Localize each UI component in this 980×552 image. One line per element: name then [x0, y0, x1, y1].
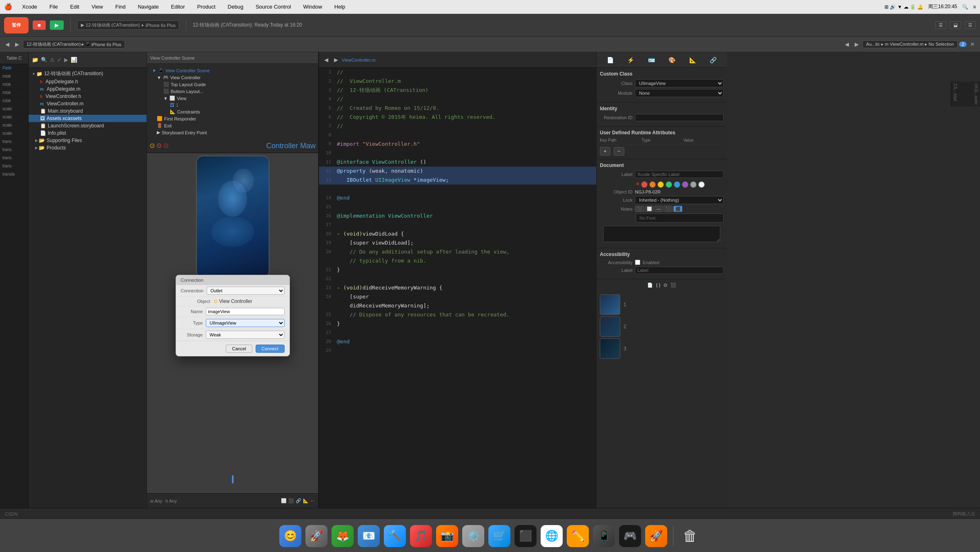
dock-photos[interactable]: 📸: [436, 525, 458, 547]
inspector-toggle[interactable]: ☰: [964, 21, 976, 29]
access-label-input[interactable]: [635, 267, 724, 274]
file-launchscreen[interactable]: 📋 LaunchScreen.storyboard: [29, 122, 147, 129]
file-assets[interactable]: 🖼 Assets.xcassets: [29, 115, 147, 122]
vc-view[interactable]: ▼ ⬜ View: [150, 95, 315, 102]
search-icon[interactable]: 🔍: [962, 4, 968, 10]
right-nav-back[interactable]: ◀: [843, 40, 851, 48]
file-project-root[interactable]: ▼ 📁 12-转场动画 (CATransition): [29, 69, 147, 78]
inspector-identity-icon[interactable]: 🪪: [647, 56, 656, 65]
access-checkbox[interactable]: [635, 260, 640, 265]
table-row-scale3[interactable]: scale: [0, 121, 28, 129]
thumb-3[interactable]: 3: [600, 338, 724, 359]
dock-safari[interactable]: 🦊: [332, 525, 354, 547]
table-row-transla[interactable]: transla: [0, 170, 28, 178]
dialog-cancel-button[interactable]: Cancel: [226, 345, 252, 353]
table-row-scale1[interactable]: scale: [0, 105, 28, 113]
debug-toggle[interactable]: ⬓: [950, 21, 961, 29]
dock-system-prefs[interactable]: ⚙️: [462, 525, 484, 547]
canvas-icon-1[interactable]: ⬜: [281, 498, 287, 503]
table-row-scale2[interactable]: scale: [0, 113, 28, 121]
code-nav-back[interactable]: ◀: [322, 56, 330, 64]
dock-finder[interactable]: 😊: [279, 525, 301, 547]
dock-mail[interactable]: 📧: [358, 525, 380, 547]
canvas-icon-3[interactable]: 🔗: [296, 498, 301, 503]
dock-trash[interactable]: 🗑: [679, 525, 701, 547]
dialog-type-select[interactable]: UIImageView: [206, 319, 284, 327]
canvas-icon-4[interactable]: 📐: [303, 498, 309, 503]
doc-label-input[interactable]: [635, 171, 724, 178]
vc-first-responder[interactable]: 🟧 First Responder: [150, 115, 315, 122]
file-main-storyboard[interactable]: 📋 Main.storyboard: [29, 107, 147, 115]
file-supporting-files[interactable]: ▶ 📂 Supporting Files: [29, 137, 147, 144]
run-button[interactable]: ▶: [50, 20, 64, 30]
canvas-icon-2[interactable]: ⬛: [288, 498, 294, 503]
table-row-trans1[interactable]: trans: [0, 138, 28, 146]
menu-icon[interactable]: ≡: [973, 4, 976, 10]
menu-find[interactable]: Find: [113, 3, 128, 11]
class-select[interactable]: UIImageView: [635, 79, 724, 87]
table-row-rotat1[interactable]: rotat: [0, 72, 28, 80]
right-nav-forward[interactable]: ▶: [853, 40, 861, 48]
notes-btn-3[interactable]: —: [655, 206, 663, 212]
color-dot-blue[interactable]: [674, 181, 680, 188]
thumb-1[interactable]: 1: [600, 294, 724, 315]
resize-handle[interactable]: [232, 475, 234, 483]
color-dot-red[interactable]: [641, 181, 648, 188]
color-dot-green[interactable]: [666, 181, 672, 188]
inspector-quick-icon[interactable]: ⚡: [626, 56, 635, 65]
menu-product[interactable]: Product: [195, 3, 218, 11]
nav-report-icon[interactable]: 📊: [71, 57, 77, 63]
nav-issues-icon[interactable]: ⚠: [50, 57, 55, 63]
restoration-input[interactable]: [635, 114, 724, 121]
nav-close[interactable]: ✕: [968, 40, 977, 48]
table-row-trans3[interactable]: trans: [0, 154, 28, 162]
notes-btn-4[interactable]: ⬛: [664, 206, 673, 212]
curly-icon[interactable]: { }: [656, 283, 660, 288]
menu-debug[interactable]: Debug: [225, 3, 246, 11]
color-dot-yellow[interactable]: [657, 181, 664, 188]
file-info-plist[interactable]: 📄 Info.plist: [29, 129, 147, 137]
menu-window[interactable]: Window: [301, 3, 325, 11]
add-attr-button[interactable]: +: [600, 147, 610, 156]
inspector-file-icon[interactable]: 📄: [606, 56, 615, 65]
dialog-name-input[interactable]: [206, 308, 284, 315]
table-row-trans2[interactable]: trans: [0, 146, 28, 154]
nav-back[interactable]: ◀: [3, 40, 11, 48]
menu-editor[interactable]: Editor: [169, 3, 187, 11]
file-appdelegate-h[interactable]: h AppDelegate.h: [29, 78, 147, 85]
file-appdelegate-m[interactable]: m AppDelegate.m: [29, 85, 147, 93]
code-nav-forward[interactable]: ▶: [332, 56, 340, 64]
vc-constraints[interactable]: 📐 Constraints: [150, 108, 315, 115]
file-viewcontroller-m[interactable]: m ViewController.m: [29, 100, 147, 107]
nav-test-icon[interactable]: ✓: [57, 57, 62, 63]
inspector-connections-icon[interactable]: 🔗: [708, 56, 718, 65]
vc-imageview[interactable]: 🖼 1: [150, 102, 315, 108]
notes-btn-1[interactable]: ⬛: [635, 206, 644, 212]
canvas-icon-5[interactable]: ↔: [310, 498, 315, 503]
dock-app-store[interactable]: 🛒: [488, 525, 510, 547]
inspector-size-icon[interactable]: 📐: [688, 56, 697, 65]
nav-debug-icon[interactable]: ▶: [64, 57, 68, 63]
apple-menu[interactable]: 🍎: [4, 3, 12, 11]
notes-text[interactable]: [603, 226, 720, 242]
color-dot-orange[interactable]: [649, 181, 656, 188]
inspector-attr-icon[interactable]: 🎨: [667, 56, 677, 65]
file-products[interactable]: ▶ 📂 Products: [29, 144, 147, 151]
notes-textarea[interactable]: No Font: [636, 214, 724, 223]
remove-attr-button[interactable]: −: [614, 147, 624, 156]
table-field-row[interactable]: Field: [0, 64, 28, 72]
dock-launchpad[interactable]: 🚀: [305, 525, 327, 547]
dock-transmit[interactable]: 🚀: [645, 525, 667, 547]
table-row-scale4[interactable]: scale: [0, 129, 28, 138]
menu-xcode[interactable]: Xcode: [20, 3, 40, 11]
menu-view[interactable]: View: [89, 3, 105, 11]
circle-icon[interactable]: ⊙: [664, 283, 667, 288]
dialog-connection-select[interactable]: Outlet: [207, 287, 284, 295]
stop-button[interactable]: ■: [33, 20, 46, 30]
table-row-rotat4[interactable]: rotat: [0, 97, 28, 105]
dock-simulator[interactable]: 📱: [593, 525, 615, 547]
notes-btn-2[interactable]: ⬜: [645, 206, 654, 212]
dock-music[interactable]: 🎵: [410, 525, 432, 547]
dialog-connect-button[interactable]: Connect: [256, 345, 285, 353]
menu-source-control[interactable]: Source Control: [253, 3, 294, 11]
